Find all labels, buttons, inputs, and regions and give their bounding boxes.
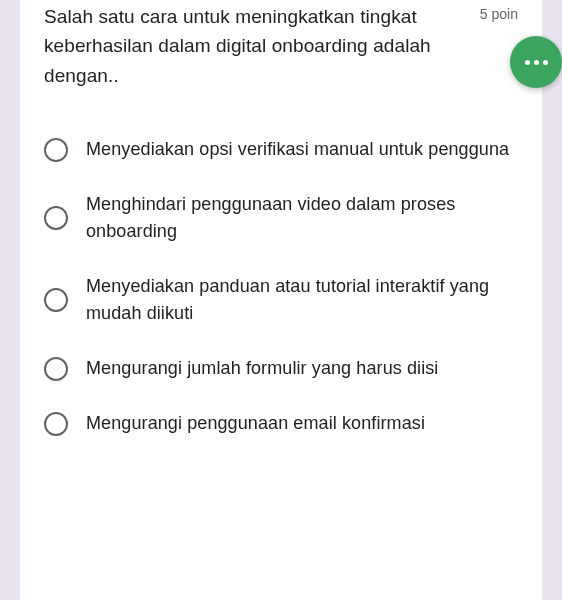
option-row[interactable]: Mengurangi penggunaan email konfirmasi bbox=[44, 396, 518, 451]
radio-icon[interactable] bbox=[44, 412, 68, 436]
question-header: Salah satu cara untuk meningkatkan tingk… bbox=[44, 0, 518, 90]
option-row[interactable]: Menyediakan panduan atau tutorial intera… bbox=[44, 259, 518, 341]
radio-icon[interactable] bbox=[44, 206, 68, 230]
question-text: Salah satu cara untuk meningkatkan tingk… bbox=[44, 2, 464, 90]
option-label: Mengurangi penggunaan email konfirmasi bbox=[86, 410, 425, 437]
more-options-button[interactable] bbox=[510, 36, 562, 88]
option-label: Mengurangi jumlah formulir yang harus di… bbox=[86, 355, 438, 382]
option-row[interactable]: Menyediakan opsi verifikasi manual untuk… bbox=[44, 122, 518, 177]
option-row[interactable]: Mengurangi jumlah formulir yang harus di… bbox=[44, 341, 518, 396]
radio-icon[interactable] bbox=[44, 357, 68, 381]
option-label: Menyediakan panduan atau tutorial intera… bbox=[86, 273, 518, 327]
question-card: Salah satu cara untuk meningkatkan tingk… bbox=[20, 0, 542, 600]
option-row[interactable]: Menghindari penggunaan video dalam prose… bbox=[44, 177, 518, 259]
options-list: Menyediakan opsi verifikasi manual untuk… bbox=[44, 122, 518, 451]
more-icon bbox=[525, 60, 548, 65]
option-label: Menyediakan opsi verifikasi manual untuk… bbox=[86, 136, 509, 163]
question-points: 5 poin bbox=[480, 2, 518, 22]
radio-icon[interactable] bbox=[44, 138, 68, 162]
option-label: Menghindari penggunaan video dalam prose… bbox=[86, 191, 518, 245]
radio-icon[interactable] bbox=[44, 288, 68, 312]
